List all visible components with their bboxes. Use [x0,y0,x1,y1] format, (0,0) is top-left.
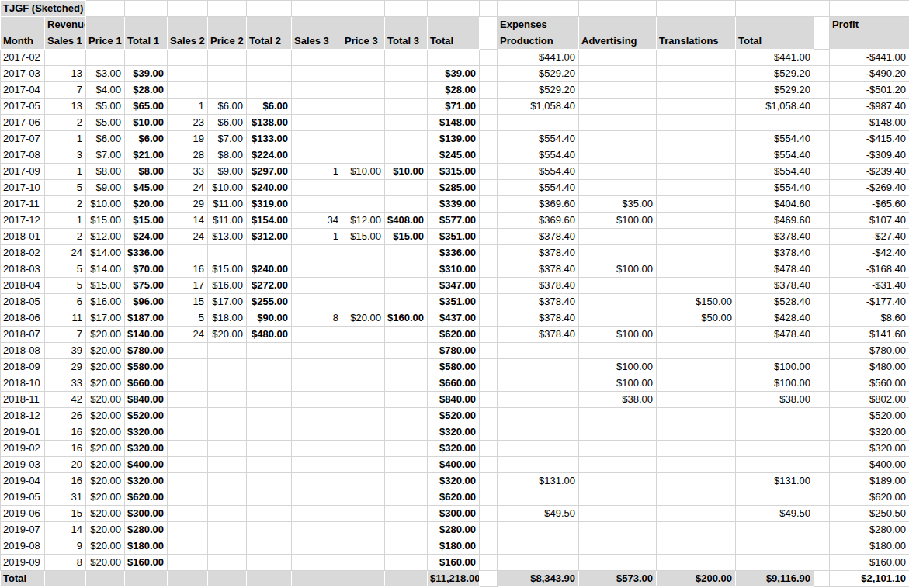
cell-sales-1[interactable]: 1 [45,131,86,147]
cell-revenue-total[interactable]: $580.00 [428,359,480,375]
cell[interactable] [579,1,657,17]
col-header-total-3[interactable]: Total 3 [385,33,428,50]
cell-price-2[interactable] [208,506,247,522]
cell-total-3[interactable] [385,489,428,506]
cell-production[interactable] [498,392,579,408]
cell-month[interactable]: 2019-03 [1,457,45,473]
cell-price-3[interactable] [342,457,385,473]
cell-sales-1[interactable]: 13 [45,99,86,115]
gap-cell[interactable] [480,522,498,538]
cell-production[interactable]: $378.40 [498,245,579,261]
cell-price-1[interactable]: $16.00 [86,294,125,310]
cell-profit[interactable]: -$269.40 [830,180,909,196]
cell-translations[interactable] [657,327,736,343]
cell-total-3[interactable] [385,408,428,424]
gap-cell[interactable] [480,343,498,359]
cell-translations[interactable]: $150.00 [657,294,736,310]
cell-sales-3[interactable] [292,506,342,522]
cell-expenses-total[interactable]: $441.00 [736,50,814,66]
cell-sales-1[interactable]: 20 [45,457,86,473]
cell-expenses-total[interactable]: $100.00 [736,375,814,392]
cell-revenue-total[interactable]: $351.00 [428,229,480,245]
cell-profit[interactable]: -$177.40 [830,294,909,310]
cell-price-1[interactable] [86,50,125,66]
cell-sales-3[interactable] [292,147,342,164]
cell-sales-1[interactable]: 3 [45,147,86,164]
cell-total-2[interactable] [247,66,292,82]
cell-production[interactable]: $369.60 [498,213,579,229]
cell[interactable] [342,17,385,33]
cell-sales-1[interactable]: 6 [45,294,86,310]
cell-month[interactable]: 2017-11 [1,196,45,213]
cell-sales-2[interactable]: 19 [168,131,208,147]
cell-month[interactable]: 2019-07 [1,522,45,538]
cell-total-1[interactable]: $780.00 [125,343,168,359]
cell-advertising[interactable]: $38.00 [579,392,657,408]
gap-cell[interactable] [814,424,830,441]
cell-advertising[interactable]: $100.00 [579,327,657,343]
cell-sales-1[interactable]: 7 [45,82,86,99]
cell-total-2[interactable] [247,441,292,457]
col-header-price-3[interactable]: Price 3 [342,33,385,50]
cell[interactable] [168,1,208,17]
cell-sales-2[interactable] [168,359,208,375]
cell-production[interactable]: $554.40 [498,147,579,164]
cell-price-2[interactable] [208,66,247,82]
cell-production[interactable]: $1,058.40 [498,99,579,115]
cell[interactable] [247,17,292,33]
cell-sales-3[interactable] [292,408,342,424]
cell-sales-1[interactable]: 1 [45,164,86,180]
cell-sales-3[interactable] [292,424,342,441]
cell-translations[interactable] [657,147,736,164]
cell-sales-3[interactable] [292,457,342,473]
gap-cell[interactable] [480,33,498,50]
cell-sales-1[interactable]: 5 [45,278,86,294]
cell-revenue-total[interactable]: $347.00 [428,278,480,294]
cell-production[interactable]: $529.20 [498,66,579,82]
gap-cell[interactable] [480,506,498,522]
cell[interactable] [86,1,125,17]
gap-cell[interactable] [814,359,830,375]
cell-price-2[interactable] [208,343,247,359]
cell-expenses-total[interactable]: $38.00 [736,392,814,408]
cell-translations[interactable] [657,522,736,538]
cell-month[interactable]: 2017-10 [1,180,45,196]
cell-sales-1[interactable]: 31 [45,489,86,506]
cell-production[interactable] [498,522,579,538]
cell-total-1[interactable] [125,50,168,66]
cell-total-3[interactable] [385,457,428,473]
cell-revenue-total[interactable]: $339.00 [428,196,480,213]
gap-cell[interactable] [480,66,498,82]
cell-total-3[interactable] [385,392,428,408]
cell-price-1[interactable]: $20.00 [86,538,125,555]
cell-sales-3[interactable] [292,538,342,555]
total-cell-total-2[interactable] [247,571,292,587]
cell-sales-2[interactable] [168,50,208,66]
cell-sales-1[interactable]: 5 [45,180,86,196]
cell-total-3[interactable]: $160.00 [385,310,428,327]
cell-total-3[interactable] [385,50,428,66]
cell-revenue-total[interactable]: $180.00 [428,538,480,555]
cell-production[interactable] [498,555,579,571]
cell-month[interactable]: 2018-08 [1,343,45,359]
cell-advertising[interactable] [579,473,657,489]
cell-advertising[interactable] [579,441,657,457]
gap-cell[interactable] [814,115,830,131]
cell-translations[interactable] [657,359,736,375]
gap-cell[interactable] [814,66,830,82]
cell-price-1[interactable]: $20.00 [86,359,125,375]
cell-total-3[interactable] [385,506,428,522]
cell-sales-1[interactable]: 16 [45,424,86,441]
gap-cell[interactable] [480,131,498,147]
cell-expenses-total[interactable] [736,441,814,457]
gap-cell[interactable] [814,82,830,99]
cell-sales-3[interactable] [292,245,342,261]
gap-cell[interactable] [814,213,830,229]
cell[interactable] [168,17,208,33]
col-header-price-2[interactable]: Price 2 [208,33,247,50]
cell-production[interactable] [498,408,579,424]
cell-price-2[interactable]: $13.00 [208,229,247,245]
gap-cell[interactable] [814,571,830,587]
cell-month[interactable]: 2017-04 [1,82,45,99]
cell-translations[interactable] [657,99,736,115]
